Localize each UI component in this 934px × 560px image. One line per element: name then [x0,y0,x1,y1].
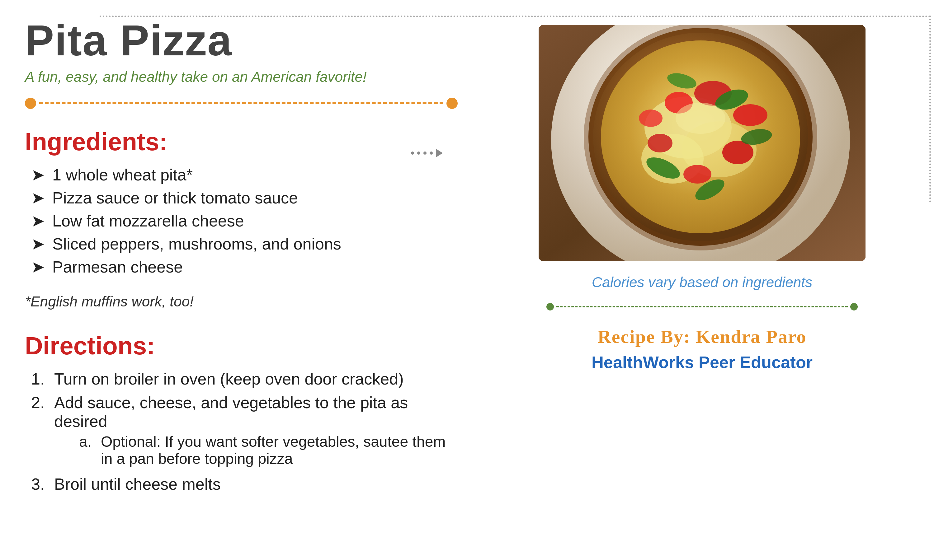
step-num-2: 2. [31,393,47,412]
sub-list: a. Optional: If you want softer vegetabl… [54,433,458,467]
ingredient-5: Parmesan cheese [52,258,183,276]
direction-step-1: 1. Turn on broiler in oven (keep oven do… [31,369,458,388]
step-num-3: 3. [31,475,47,494]
step-text-1: Turn on broiler in oven (keep oven door … [54,369,404,388]
arrow-dot-2 [417,152,420,155]
calories-text: Calories vary based on ingredients [592,274,812,291]
step-num-1: 1. [31,369,47,388]
step-text-2: Add sauce, cheese, and vegetables to the… [54,393,458,470]
page-container: Pita Pizza A fun, easy, and healthy take… [0,0,934,560]
ingredient-2: Pizza sauce or thick tomato sauce [52,189,298,207]
pizza-image [539,25,866,262]
list-arrow-icon: ➤ [31,212,45,230]
list-arrow-icon: ➤ [31,189,45,207]
svg-point-20 [676,103,725,134]
step-text-3: Broil until cheese melts [54,475,221,494]
svg-point-9 [733,104,768,126]
green-circle-left [546,303,554,311]
green-dashes [556,306,848,308]
list-item: ➤ Low fat mozzarella cheese [31,212,458,230]
sub-text-a: Optional: If you want softer vegetables,… [101,433,458,467]
arrow-dot-3 [424,152,427,155]
green-dashed-line [546,303,858,311]
list-item: ➤ 1 whole wheat pita* [31,166,458,184]
sub-letter-a: a. [79,433,95,450]
list-arrow-icon: ➤ [31,166,45,184]
arrow-dot-4 [430,152,433,155]
ingredients-list: ➤ 1 whole wheat pita* ➤ Pizza sauce or t… [25,166,458,281]
orange-dashes [39,102,443,104]
ingredients-header: Ingredients: [25,128,458,156]
subtitle: A fun, easy, and healthy take on an Amer… [25,68,458,85]
sub-step-a: a. Optional: If you want softer vegetabl… [79,433,458,467]
left-column: Pita Pizza A fun, easy, and healthy take… [25,18,476,542]
arrow-right [411,149,443,157]
ingredient-3: Low fat mozzarella cheese [52,212,244,230]
orange-circle-right [447,98,458,109]
orange-dashed-line [25,98,458,109]
pizza-svg [539,25,866,262]
arrow-dot-1 [411,152,414,155]
list-item: ➤ Sliced peppers, mushrooms, and onions [31,235,458,253]
list-arrow-icon: ➤ [31,258,45,276]
direction-step-2: 2. Add sauce, cheese, and vegetables to … [31,393,458,470]
right-column: Calories vary based on ingredients Recip… [476,18,909,542]
ingredient-4: Sliced peppers, mushrooms, and onions [52,235,341,253]
page-title: Pita Pizza [25,18,458,62]
directions-list: 1. Turn on broiler in oven (keep oven do… [25,369,458,498]
dotted-border-right [929,15,931,202]
svg-point-13 [683,165,711,183]
list-arrow-icon: ➤ [31,235,45,253]
directions-header: Directions: [25,332,458,360]
direction-step-3: 3. Broil until cheese melts [31,475,458,494]
svg-point-14 [639,109,663,127]
ingredient-1: 1 whole wheat pita* [52,166,193,184]
healthworks: HealthWorks Peer Educator [592,352,812,372]
title-text: Pita Pizza [25,16,232,65]
green-circle-right [850,303,858,311]
list-item: ➤ Pizza sauce or thick tomato sauce [31,189,458,207]
arrow-head [436,149,443,157]
title-area: Pita Pizza [25,18,458,65]
recipe-by: Recipe by: Kendra Paro [598,326,806,348]
footnote: *English muffins work, too! [25,293,458,310]
list-item: ➤ Parmesan cheese [31,258,458,276]
svg-point-12 [647,134,672,152]
orange-circle-left [25,98,36,109]
